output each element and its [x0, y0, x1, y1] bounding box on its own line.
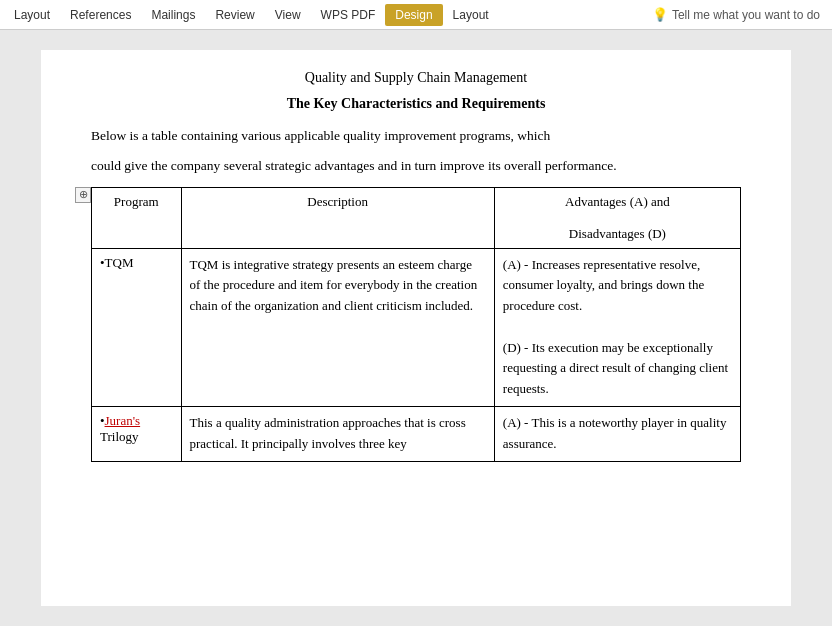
menu-design[interactable]: Design [385, 4, 442, 26]
paragraph-2: could give the company several strategic… [91, 156, 741, 176]
menu-bar: Layout References Mailings Review View W… [0, 0, 832, 30]
table-wrapper: ⊕ Program Description Advantages (A) and… [91, 187, 741, 462]
tell-me-text: Tell me what you want to do [672, 8, 820, 22]
table-handle[interactable]: ⊕ [75, 187, 91, 203]
quality-table: Program Description Advantages (A) and D… [91, 187, 741, 462]
menu-review[interactable]: Review [205, 4, 264, 26]
menu-layout2[interactable]: Layout [443, 4, 499, 26]
header-advantages: Advantages (A) and Disadvantages (D) [494, 187, 740, 248]
menu-wps-pdf[interactable]: WPS PDF [311, 4, 386, 26]
juran-description: This a quality administration approaches… [190, 413, 486, 455]
document-page: Quality and Supply Chain Management The … [41, 50, 791, 606]
tell-me-bar[interactable]: 💡 Tell me what you want to do [644, 7, 828, 22]
tqm-advantages: (A) - Increases representative resolve, … [503, 255, 732, 401]
menu-references[interactable]: References [60, 4, 141, 26]
tqm-description: TQM is integrative strategy presents an … [190, 255, 486, 317]
paragraph-1: Below is a table containing various appl… [91, 126, 741, 146]
menu-view[interactable]: View [265, 4, 311, 26]
header-program: Program [92, 187, 182, 248]
juran-advantages: (A) - This is a noteworthy player in qua… [503, 413, 732, 455]
cell-adv-tqm: (A) - Increases representative resolve, … [494, 248, 740, 407]
juran-link[interactable]: Juran's [105, 413, 141, 428]
cell-adv-juran: (A) - This is a noteworthy player in qua… [494, 407, 740, 462]
juran-label: •Juran'sTrilogy [100, 413, 140, 444]
document-subtitle: The Key Characteristics and Requirements [91, 96, 741, 112]
document-area: Quality and Supply Chain Management The … [0, 30, 832, 626]
menu-layout[interactable]: Layout [4, 4, 60, 26]
cell-program-juran: •Juran'sTrilogy [92, 407, 182, 462]
document-title: Quality and Supply Chain Management [91, 70, 741, 86]
cell-desc-tqm: TQM is integrative strategy presents an … [181, 248, 494, 407]
menu-mailings[interactable]: Mailings [141, 4, 205, 26]
header-description: Description [181, 187, 494, 248]
tqm-label: •TQM [100, 255, 133, 270]
cell-program-tqm: •TQM [92, 248, 182, 407]
table-row: •Juran'sTrilogy This a quality administr… [92, 407, 741, 462]
cell-desc-juran: This a quality administration approaches… [181, 407, 494, 462]
table-row: •TQM TQM is integrative strategy present… [92, 248, 741, 407]
lightbulb-icon: 💡 [652, 7, 668, 22]
